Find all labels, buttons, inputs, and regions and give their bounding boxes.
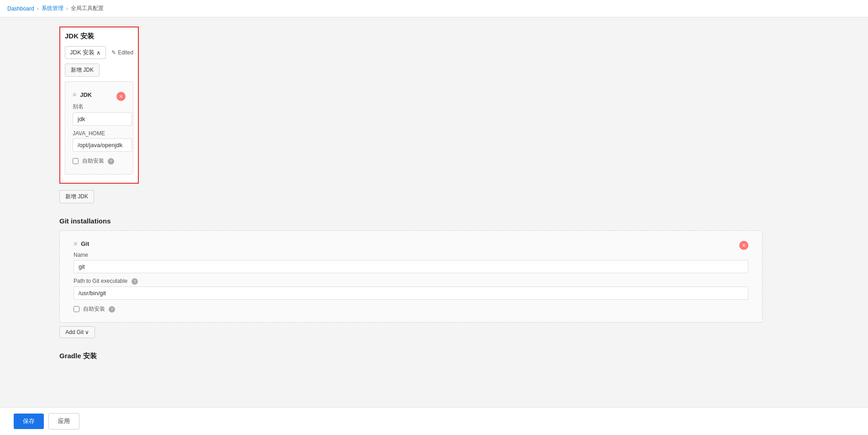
jdk-java-home-label: JAVA_HOME <box>73 130 126 137</box>
breadcrumb-dashboard[interactable]: Dashboard <box>7 5 34 12</box>
git-entry-title: Git <box>81 240 89 247</box>
jdk-alias-label: 别名 <box>73 103 126 111</box>
breadcrumb-sep-1: › <box>37 5 39 12</box>
git-entries-container: ≡ Git × Name Path to Git executable ? 自助… <box>59 230 763 323</box>
git-section-title: Git installations <box>59 217 763 225</box>
git-entry-header: ≡ Git <box>74 240 748 247</box>
breadcrumb-current: 全局工具配置 <box>71 5 104 12</box>
git-name-input[interactable] <box>74 260 748 273</box>
jdk-toggle-button[interactable]: JDK 安装 ∧ <box>65 46 106 59</box>
edited-label: Edited <box>118 49 133 56</box>
git-auto-install-label: 自助安装 <box>83 305 105 313</box>
add-git-button[interactable]: Add Git ∨ <box>59 326 95 338</box>
git-path-input[interactable] <box>74 286 748 300</box>
jdk-toggle-label: JDK 安装 <box>70 48 95 57</box>
gradle-section: Gradle 安装 <box>59 352 763 361</box>
git-section: Git installations ≡ Git × Name Path to G… <box>59 217 763 338</box>
add-jdk-button-bottom[interactable]: 新增 JDK <box>59 190 94 203</box>
jdk-help-icon[interactable]: ? <box>108 158 114 164</box>
chevron-up-icon: ∧ <box>96 49 101 56</box>
edited-badge: ✎ Edited <box>111 49 133 56</box>
jdk-alias-input[interactable] <box>73 112 132 126</box>
git-delete-button[interactable]: × <box>739 241 748 250</box>
breadcrumb-sep-2: › <box>66 5 68 12</box>
jdk-tool-header: JDK 安装 ∧ ✎ Edited <box>65 46 133 59</box>
breadcrumb-system[interactable]: 系统管理 <box>42 5 63 12</box>
git-path-label: Path to Git executable ? <box>74 278 748 285</box>
bottom-bar: 保存 应用 <box>0 407 868 435</box>
jdk-delete-button[interactable]: × <box>116 92 126 101</box>
git-add-chevron-icon: ∨ <box>85 329 89 335</box>
save-button[interactable]: 保存 <box>14 414 44 429</box>
git-auto-install-checkbox[interactable] <box>74 306 79 312</box>
jdk-auto-install-label: 自助安装 <box>82 157 104 165</box>
git-name-label: Name <box>74 252 748 258</box>
jdk-auto-install-row: 自助安装 ? <box>73 157 126 165</box>
add-jdk-button-top[interactable]: 新增 JDK <box>65 64 100 77</box>
jdk-section: JDK 安装 JDK 安装 ∧ ✎ Edited 新增 JDK ≡ JDK <box>59 27 763 203</box>
jdk-auto-install-checkbox[interactable] <box>73 158 79 164</box>
jdk-entry-title: JDK <box>80 91 92 98</box>
git-path-help-icon[interactable]: ? <box>132 278 138 285</box>
breadcrumb: Dashboard › 系统管理 › 全局工具配置 <box>0 0 868 17</box>
jdk-section-title: JDK 安装 <box>65 32 133 41</box>
drag-handle-icon[interactable]: ≡ <box>73 91 76 98</box>
main-content: JDK 安装 JDK 安装 ∧ ✎ Edited 新增 JDK ≡ JDK <box>0 17 776 411</box>
git-entry: ≡ Git × Name Path to Git executable ? 自助… <box>74 236 748 317</box>
git-auto-install-row: 自助安装 ? <box>74 305 748 313</box>
pencil-icon: ✎ <box>111 49 116 56</box>
jdk-java-home-input[interactable] <box>73 138 132 152</box>
jdk-highlighted-box: JDK 安装 JDK 安装 ∧ ✎ Edited 新增 JDK ≡ JDK <box>59 27 139 184</box>
jdk-entries-container: ≡ JDK × 别名 JAVA_HOME 自助安装 ? <box>65 81 133 175</box>
git-auto-install-help-icon[interactable]: ? <box>109 306 115 313</box>
cancel-button[interactable]: 应用 <box>48 413 79 430</box>
gradle-section-title: Gradle 安装 <box>59 352 763 361</box>
jdk-entry: ≡ JDK × 别名 JAVA_HOME 自助安装 ? <box>73 87 126 169</box>
git-drag-handle-icon[interactable]: ≡ <box>74 240 77 247</box>
